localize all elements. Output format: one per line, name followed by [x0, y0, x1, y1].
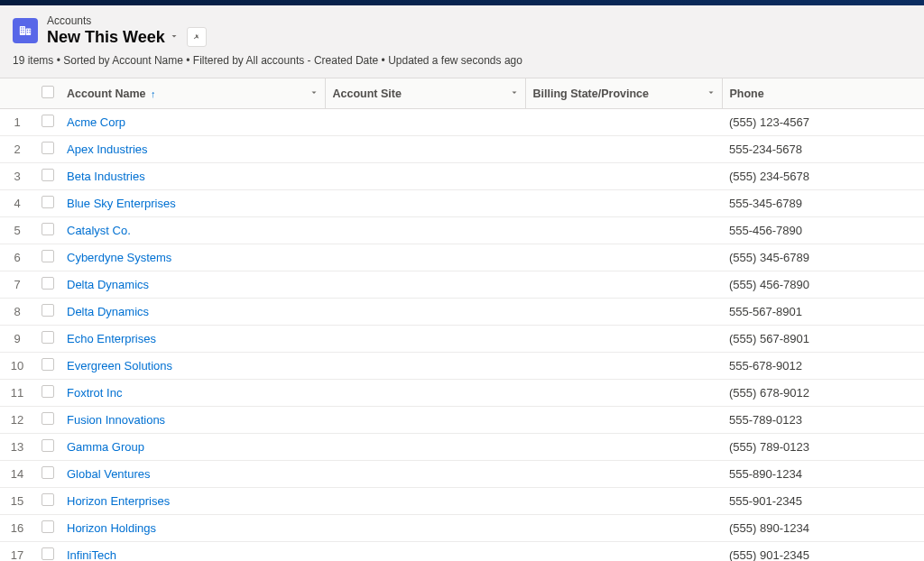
- row-number: 1: [0, 109, 34, 136]
- row-number: 8: [0, 299, 34, 326]
- row-checkbox-cell[interactable]: [34, 190, 60, 217]
- account-site-cell: [325, 163, 525, 190]
- row-checkbox[interactable]: [42, 277, 54, 290]
- row-checkbox-cell[interactable]: [34, 380, 60, 407]
- svg-rect-10: [27, 32, 28, 32]
- account-name-link[interactable]: Horizon Holdings: [67, 521, 156, 535]
- row-checkbox[interactable]: [42, 196, 54, 208]
- col-header-billing-state[interactable]: Billing State/Province: [525, 78, 722, 109]
- billing-state-cell: [525, 353, 722, 380]
- row-checkbox-cell[interactable]: [34, 163, 60, 190]
- account-name-link[interactable]: InfiniTech: [67, 548, 116, 561]
- account-name-cell: Blue Sky Enterprises: [60, 190, 325, 217]
- account-name-link[interactable]: Catalyst Co.: [67, 224, 131, 237]
- table-row: 3Beta Industries(555) 234-5678: [0, 163, 924, 190]
- row-checkbox-cell[interactable]: [34, 271, 60, 299]
- row-checkbox-cell[interactable]: [34, 217, 60, 244]
- account-name-link[interactable]: Delta Dynamics: [67, 278, 149, 291]
- row-checkbox-cell[interactable]: [34, 434, 60, 461]
- row-checkbox[interactable]: [42, 439, 54, 452]
- table-row: 16Horizon Holdings(555) 890-1234: [0, 515, 924, 542]
- row-checkbox-cell[interactable]: [34, 326, 60, 353]
- row-checkbox-cell[interactable]: [34, 299, 60, 326]
- account-name-link[interactable]: Fusion Innovations: [67, 413, 165, 427]
- row-checkbox-cell[interactable]: [34, 515, 60, 542]
- row-number: 2: [0, 136, 34, 163]
- account-name-cell: Cyberdyne Systems: [60, 244, 325, 271]
- col-header-phone[interactable]: Phone: [722, 78, 924, 109]
- col-header-select-all[interactable]: [34, 78, 60, 109]
- row-checkbox-cell[interactable]: [34, 407, 60, 434]
- table-row: 17InfiniTech(555) 901-2345: [0, 542, 924, 562]
- row-checkbox[interactable]: [42, 493, 54, 506]
- list-header: Accounts New This Week 19 items • Sorted…: [0, 5, 924, 78]
- account-name-link[interactable]: Foxtrot Inc: [67, 386, 122, 400]
- account-name-link[interactable]: Horizon Enterprises: [67, 494, 170, 508]
- row-checkbox[interactable]: [42, 223, 54, 235]
- account-name-link[interactable]: Global Ventures: [67, 467, 151, 481]
- svg-rect-2: [21, 27, 22, 28]
- sort-asc-icon: ↑: [151, 88, 156, 99]
- col-header-account-name[interactable]: Account Name ↑: [60, 78, 325, 109]
- phone-cell: (555) 234-5678: [722, 163, 924, 190]
- row-checkbox-cell[interactable]: [34, 353, 60, 380]
- phone-cell: 555-456-7890: [722, 217, 924, 244]
- col-header-account-site[interactable]: Account Site: [325, 78, 525, 109]
- row-number: 10: [0, 353, 34, 380]
- account-name-cell: InfiniTech: [60, 542, 325, 562]
- table-row: 1Acme Corp(555) 123-4567: [0, 109, 924, 136]
- account-site-cell: [325, 271, 525, 299]
- view-switcher-caret-icon[interactable]: [169, 31, 180, 44]
- row-checkbox-cell[interactable]: [34, 136, 60, 163]
- row-checkbox[interactable]: [42, 385, 54, 398]
- row-checkbox[interactable]: [42, 115, 54, 127]
- phone-cell: 555-345-6789: [722, 190, 924, 217]
- col-menu-account-name[interactable]: [309, 87, 319, 100]
- row-checkbox[interactable]: [42, 520, 54, 533]
- account-site-cell: [325, 244, 525, 271]
- row-checkbox[interactable]: [42, 250, 54, 262]
- phone-cell: 555-234-5678: [722, 136, 924, 163]
- row-checkbox[interactable]: [42, 412, 54, 425]
- account-name-link[interactable]: Cyberdyne Systems: [67, 251, 171, 264]
- account-name-link[interactable]: Apex Industries: [67, 143, 148, 156]
- row-checkbox-cell[interactable]: [34, 488, 60, 515]
- phone-cell: 555-789-0123: [722, 407, 924, 434]
- account-name-link[interactable]: Gamma Group: [67, 440, 144, 454]
- list-view-title[interactable]: New This Week: [47, 28, 165, 47]
- billing-state-cell: [525, 109, 722, 136]
- row-checkbox[interactable]: [42, 331, 54, 344]
- col-menu-billing-state[interactable]: [706, 87, 716, 100]
- row-checkbox-cell[interactable]: [34, 244, 60, 271]
- row-number: 5: [0, 217, 34, 244]
- row-checkbox-cell[interactable]: [34, 109, 60, 136]
- account-name-link[interactable]: Blue Sky Enterprises: [67, 197, 176, 210]
- table-row: 15Horizon Enterprises555-901-2345: [0, 488, 924, 515]
- row-checkbox[interactable]: [42, 358, 54, 371]
- select-all-checkbox[interactable]: [42, 86, 54, 98]
- table-row: 9Echo Enterprises(555) 567-8901: [0, 326, 924, 353]
- phone-cell: 555-890-1234: [722, 461, 924, 488]
- row-checkbox-cell[interactable]: [34, 542, 60, 562]
- row-checkbox[interactable]: [42, 142, 54, 154]
- account-name-link[interactable]: Beta Industries: [67, 170, 145, 183]
- row-checkbox[interactable]: [42, 304, 54, 317]
- row-number: 3: [0, 163, 34, 190]
- account-site-cell: [325, 434, 525, 461]
- billing-state-cell: [525, 217, 722, 244]
- row-checkbox-cell[interactable]: [34, 461, 60, 488]
- account-name-link[interactable]: Acme Corp: [67, 115, 125, 129]
- phone-cell: 555-678-9012: [722, 353, 924, 380]
- pin-list-button[interactable]: [187, 27, 207, 47]
- row-checkbox[interactable]: [42, 466, 54, 479]
- row-checkbox[interactable]: [42, 547, 54, 560]
- account-name-cell: Horizon Holdings: [60, 515, 325, 542]
- account-name-link[interactable]: Evergreen Solutions: [67, 359, 172, 372]
- account-name-link[interactable]: Echo Enterprises: [67, 332, 156, 345]
- col-menu-account-site[interactable]: [509, 87, 520, 100]
- row-number: 6: [0, 244, 34, 271]
- table-row: 14Global Ventures555-890-1234: [0, 461, 924, 488]
- billing-state-cell: [525, 190, 722, 217]
- row-checkbox[interactable]: [42, 169, 54, 181]
- account-name-link[interactable]: Delta Dynamics: [67, 305, 149, 318]
